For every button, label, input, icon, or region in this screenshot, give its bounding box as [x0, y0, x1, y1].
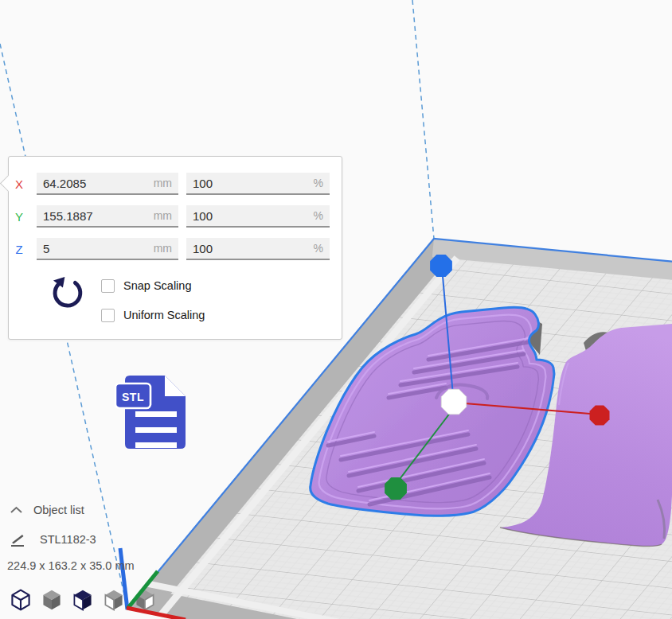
stl-badge-label: STL — [122, 391, 144, 403]
stl-file-icon: STL — [114, 371, 193, 457]
cube-left-icon — [102, 588, 126, 612]
view-front-button[interactable] — [40, 588, 64, 612]
scale-z-mm-field: mm — [37, 238, 178, 260]
cura-viewport: { "scale_panel": { "rows": [ {"axis": "X… — [0, 0, 672, 619]
scale-z-mm-input[interactable] — [43, 242, 150, 255]
object-list-item[interactable]: STL1182-3 — [10, 531, 96, 547]
scale-z-percent-field: % — [186, 238, 330, 260]
percent-unit-label: % — [314, 242, 323, 255]
chevron-up-icon — [10, 505, 23, 515]
scale-x-percent-input[interactable] — [193, 177, 311, 190]
cube-right-icon — [133, 588, 157, 612]
mm-unit-label: mm — [154, 209, 172, 222]
scale-tool-panel: X mm % Y mm % Z mm % — [8, 156, 342, 340]
axis-x-label: X — [9, 177, 29, 191]
scale-handle-y[interactable] — [385, 477, 407, 500]
percent-unit-label: % — [314, 209, 323, 222]
snap-scaling-checkbox[interactable] — [101, 279, 115, 293]
scale-handle-center[interactable] — [441, 389, 466, 414]
scale-x-percent-field: % — [186, 173, 330, 195]
mm-unit-label: mm — [154, 177, 172, 189]
document-icon: STL — [114, 371, 193, 454]
view-left-button[interactable] — [102, 588, 126, 612]
model-dimensions: 224.9 x 163.2 x 35.0 mm — [7, 559, 135, 572]
scale-x-mm-field: mm — [37, 173, 178, 195]
axis-y-label: Y — [9, 210, 29, 224]
view-right-button[interactable] — [133, 588, 157, 612]
scale-z-percent-input[interactable] — [193, 242, 311, 255]
scale-y-percent-field: % — [186, 205, 330, 228]
printable-mesh-icon — [10, 531, 25, 547]
object-name: STL1182-3 — [40, 533, 96, 546]
scale-x-mm-input[interactable] — [43, 177, 150, 190]
object-list-header[interactable]: Object list — [10, 504, 84, 516]
snap-scaling-label: Snap Scaling — [123, 279, 191, 292]
view-top-button[interactable] — [71, 588, 95, 612]
axis-z-label: Z — [9, 243, 29, 256]
scale-y-mm-field: mm — [37, 205, 178, 228]
scale-y-percent-input[interactable] — [193, 209, 311, 223]
page-fold — [165, 376, 186, 396]
percent-unit-label: % — [314, 177, 323, 189]
cube-front-icon — [40, 588, 64, 612]
scale-handle-x[interactable] — [590, 406, 610, 426]
cube-top-icon — [71, 588, 95, 612]
uniform-scaling-checkbox[interactable] — [101, 309, 115, 322]
scale-y-mm-input[interactable] — [43, 209, 150, 223]
object-list-title: Object list — [33, 504, 84, 516]
mm-unit-label: mm — [154, 242, 172, 255]
scale-handle-z[interactable] — [430, 255, 452, 277]
rotate-ccw-icon — [47, 273, 88, 314]
view-3d-button[interactable] — [9, 588, 33, 612]
uniform-scaling-label: Uniform Scaling — [123, 309, 205, 321]
cube-3d-icon — [9, 588, 33, 612]
view-mode-toolbar — [9, 588, 157, 612]
reset-scale-button[interactable] — [47, 273, 88, 314]
build-volume-back-edge — [412, 0, 434, 239]
